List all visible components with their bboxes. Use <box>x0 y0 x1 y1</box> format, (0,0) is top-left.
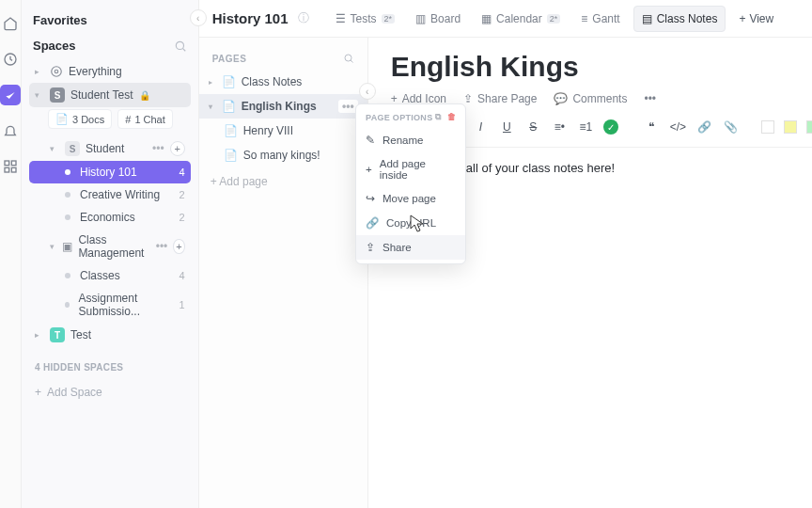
page-title: History 101 <box>212 10 289 26</box>
list-history-101[interactable]: History 101 4 <box>29 161 191 183</box>
doc-icon: 📄 <box>224 124 238 137</box>
everything-label: Everything <box>69 65 122 78</box>
list-badge: 2 <box>180 212 185 223</box>
duplicate-icon[interactable]: ⧉ <box>435 112 441 122</box>
svg-rect-2 <box>11 161 16 166</box>
list-creative-writing[interactable]: Creative Writing 2 <box>29 183 191 206</box>
list-economics[interactable]: Economics 2 <box>29 206 191 229</box>
space-name: Student Test <box>70 88 133 102</box>
calendar-icon: ▦ <box>481 12 492 25</box>
more-icon: ••• <box>644 92 656 105</box>
more-icon[interactable]: ••• <box>156 240 168 253</box>
doc-more-button[interactable]: ••• <box>644 92 656 105</box>
page-henry-viii[interactable]: 📄Henry VIII <box>199 119 367 143</box>
list-icon: ☰ <box>336 12 346 25</box>
list-label: Classes <box>80 269 120 282</box>
main: History 101 ⓘ ☰Tests2* ▥Board ▦Calendar2… <box>199 0 812 508</box>
search-icon[interactable] <box>174 40 187 53</box>
list-label: History 101 <box>80 166 137 179</box>
sidebar-space-student-test[interactable]: ▾ S Student Test 🔒 <box>29 83 191 107</box>
svg-rect-3 <box>5 167 9 172</box>
sidebar-space-test[interactable]: ▸ T Test <box>29 323 191 347</box>
link-button[interactable]: 🔗 <box>695 119 712 135</box>
attach-button[interactable]: 📎 <box>722 119 739 135</box>
sidebar-item-everything[interactable]: ▸ Everything <box>29 60 191 83</box>
folder-icon: ▣ <box>62 240 72 253</box>
plus-icon: + <box>739 12 745 25</box>
context-copy-url[interactable]: 🔗Copy URL <box>356 211 465 235</box>
color-swatch[interactable] <box>761 120 774 134</box>
number-list-button[interactable]: ≡1 <box>577 119 594 135</box>
tab-calendar[interactable]: ▦Calendar2* <box>474 7 568 31</box>
bell-icon[interactable] <box>0 120 21 141</box>
page-english-kings[interactable]: ▾📄English Kings••• <box>199 94 367 119</box>
color-swatch[interactable] <box>784 120 797 134</box>
logo-icon[interactable] <box>0 85 21 105</box>
pages-collapse-button[interactable]: ‹ <box>359 83 376 100</box>
checklist-button[interactable]: ✓ <box>603 119 618 135</box>
add-space-button[interactable]: +Add Space <box>29 382 191 403</box>
quote-button[interactable]: ❝ <box>643 119 660 135</box>
strike-button[interactable]: S <box>524 119 541 135</box>
tab-class-notes[interactable]: ▤Class Notes <box>633 6 726 32</box>
list-badge: 1 <box>180 299 185 310</box>
folder-initial: S <box>65 141 80 156</box>
code-button[interactable]: </> <box>669 119 686 135</box>
add-button[interactable]: + <box>170 141 185 156</box>
list-label: Assignment Submissio... <box>79 292 174 318</box>
move-icon: ↪ <box>366 192 375 205</box>
hidden-spaces-label[interactable]: 4 HIDDEN SPACES <box>35 362 185 373</box>
tab-gantt[interactable]: ≡Gantt <box>573 7 627 31</box>
docs-chat-chips: 📄3 Docs #1 Chat <box>29 107 191 136</box>
doc-title[interactable]: English Kings <box>391 51 812 83</box>
bullet-list-button[interactable]: ≡• <box>551 119 568 135</box>
pencil-icon: ✎ <box>366 134 375 147</box>
list-assignment[interactable]: Assignment Submissio... 1 <box>29 287 191 323</box>
italic-button[interactable]: I <box>472 119 489 135</box>
plus-icon: + <box>366 164 372 175</box>
share-page-button[interactable]: ⇪Share Page <box>463 92 537 105</box>
more-icon[interactable]: ••• <box>152 142 164 155</box>
context-share[interactable]: ⇪Share <box>356 235 465 260</box>
chat-chip[interactable]: #1 Chat <box>117 109 173 129</box>
tab-board[interactable]: ▥Board <box>408 7 468 31</box>
context-add-inside[interactable]: +Add page inside <box>356 152 465 186</box>
board-icon: ▥ <box>415 12 426 25</box>
list-classes[interactable]: Classes 4 <box>29 264 191 287</box>
space-initial: T <box>50 327 65 342</box>
link-icon: 🔗 <box>366 216 379 230</box>
share-icon: ⇪ <box>463 92 473 105</box>
color-swatch[interactable] <box>806 120 812 134</box>
underline-button[interactable]: U <box>498 119 515 135</box>
folder-student[interactable]: ▾ S Student ••• + <box>29 136 191 161</box>
list-badge: 4 <box>180 167 185 178</box>
folder-class-management[interactable]: ▾ ▣ Class Management ••• + <box>29 229 191 264</box>
context-move[interactable]: ↪Move page <box>356 186 465 211</box>
context-menu: PAGE OPTIONS ⧉ 🗑 ✎Rename +Add page insid… <box>355 103 466 264</box>
svg-rect-1 <box>5 161 9 166</box>
comments-button[interactable]: 💬Comments <box>554 92 627 105</box>
pages-header: PAGES <box>199 38 367 70</box>
doc-icon: 📄 <box>222 75 236 88</box>
search-icon[interactable] <box>343 53 354 64</box>
grid-icon[interactable] <box>0 156 21 177</box>
list-badge: 4 <box>180 270 185 281</box>
add-button[interactable]: + <box>173 239 184 254</box>
hash-icon: # <box>125 114 131 125</box>
page-so-many-kings[interactable]: 📄So many kings! <box>199 143 367 167</box>
tab-tests[interactable]: ☰Tests2* <box>328 7 403 31</box>
home-icon[interactable] <box>0 13 21 34</box>
comment-icon: 💬 <box>554 92 568 105</box>
context-rename[interactable]: ✎Rename <box>356 128 465 152</box>
docs-chip[interactable]: 📄3 Docs <box>48 109 112 129</box>
delete-icon[interactable]: 🗑 <box>447 112 456 122</box>
add-page-button[interactable]: + Add page <box>199 167 367 196</box>
page-class-notes[interactable]: ▸📄Class Notes <box>199 70 367 94</box>
space-name: Test <box>70 328 91 341</box>
sidebar-collapse-button[interactable]: ‹ <box>190 9 207 26</box>
icon-rail <box>0 0 22 508</box>
info-icon[interactable]: ⓘ <box>298 10 309 26</box>
svg-point-6 <box>55 70 58 73</box>
clock-icon[interactable] <box>0 49 21 70</box>
add-view-button[interactable]: +View <box>731 7 781 31</box>
